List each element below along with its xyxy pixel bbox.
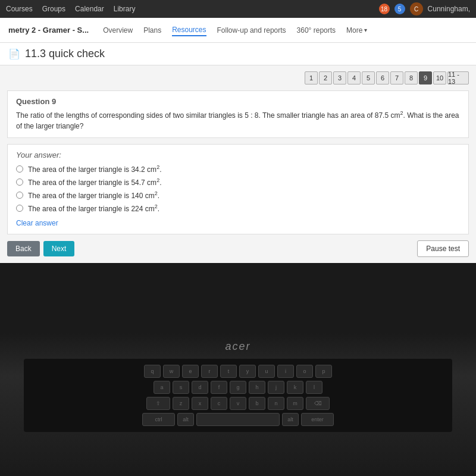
key-w: w — [163, 365, 180, 378]
key-space — [196, 413, 280, 426]
radio-option-1[interactable] — [16, 165, 23, 173]
key-alt-right: alt — [282, 413, 299, 426]
key-shift: ⇧ — [146, 397, 170, 410]
key-g: g — [230, 381, 246, 394]
radio-option-3[interactable] — [16, 192, 23, 199]
radio-option-4[interactable] — [16, 205, 23, 212]
key-d: d — [192, 381, 208, 394]
back-button[interactable]: Back — [7, 241, 40, 256]
user-name: Cunningham, — [428, 5, 470, 13]
key-c: c — [211, 397, 227, 410]
key-h: h — [249, 381, 265, 394]
user-avatar[interactable]: C — [410, 2, 423, 15]
q-num-10[interactable]: 10 — [433, 71, 446, 84]
question-text: The ratio of the lengths of correspondin… — [16, 109, 460, 131]
course-title: metry 2 - Gramer - S... — [8, 26, 89, 35]
key-j: j — [268, 381, 284, 394]
more-button[interactable]: More ▾ — [346, 26, 367, 35]
second-navbar: metry 2 - Gramer - S... Overview Plans R… — [0, 18, 476, 43]
q-num-8[interactable]: 8 — [405, 71, 418, 84]
key-alt: alt — [177, 413, 194, 426]
q-num-range[interactable]: 11 - 13 — [447, 71, 469, 84]
acer-logo: acer — [225, 340, 250, 353]
key-s: s — [173, 381, 189, 394]
key-row-4: ctrl alt alt enter — [29, 413, 447, 426]
nav-overview[interactable]: Overview — [103, 25, 133, 36]
key-n: n — [268, 397, 284, 410]
clear-answer-link[interactable]: Clear answer — [16, 219, 58, 227]
q-num-3[interactable]: 3 — [333, 71, 346, 84]
key-row-2: a s d f g h j k l — [29, 381, 447, 394]
quiz-container: 1 2 3 4 5 6 7 8 9 10 11 - 13 Question 9 … — [0, 65, 476, 263]
question-pagination: 1 2 3 4 5 6 7 8 9 10 11 - 13 — [7, 71, 469, 84]
nav-btn-group: Back Next — [7, 241, 74, 256]
top-nav-right: 18 5 C Cunningham, — [379, 2, 470, 15]
q-num-4[interactable]: 4 — [347, 71, 361, 84]
key-o: o — [296, 365, 313, 378]
key-p: p — [315, 365, 332, 378]
pause-test-button[interactable]: Pause test — [417, 240, 469, 257]
answer-option-3[interactable]: The area of the larger triangle is 140 c… — [16, 190, 460, 200]
nav-followup[interactable]: Follow-up and reports — [217, 25, 286, 36]
key-row-3: ⇧ z x c v b n m ⌫ — [29, 397, 447, 410]
next-button[interactable]: Next — [43, 241, 75, 256]
radio-option-2[interactable] — [16, 178, 23, 186]
option-text-1: The area of the larger triangle is 34.2 … — [28, 164, 161, 174]
notification-badge-1[interactable]: 18 — [379, 4, 390, 14]
key-z: z — [173, 397, 189, 410]
key-x: x — [192, 397, 208, 410]
key-e: e — [182, 365, 199, 378]
q-num-9[interactable]: 9 — [419, 71, 432, 84]
question-box: Question 9 The ratio of the lengths of c… — [7, 90, 469, 138]
key-k: k — [287, 381, 303, 394]
nav-buttons: Back Next Pause test — [7, 240, 469, 257]
option-text-4: The area of the larger triangle is 224 c… — [28, 203, 159, 213]
nav-360reports[interactable]: 360° reports — [297, 25, 336, 36]
key-backspace: ⌫ — [306, 397, 330, 410]
page-title: 11.3 quick check — [25, 48, 105, 60]
answer-option-1[interactable]: The area of the larger triangle is 34.2 … — [16, 164, 460, 174]
q-num-6[interactable]: 6 — [376, 71, 389, 84]
key-a: a — [154, 381, 170, 394]
answer-option-2[interactable]: The area of the larger triangle is 54.7 … — [16, 177, 460, 187]
nav-resources[interactable]: Resources — [172, 24, 206, 36]
question-label: Question 9 — [16, 97, 460, 106]
q-num-7[interactable]: 7 — [390, 71, 403, 84]
nav-groups[interactable]: Groups — [42, 5, 65, 13]
answer-box: Your answer: The area of the larger tria… — [7, 144, 469, 234]
laptop-bottom: acer q w e r t y u i o p a s d f g h j k… — [0, 333, 476, 476]
key-q: q — [144, 365, 161, 378]
key-enter: enter — [301, 413, 334, 426]
document-icon: 📄 — [8, 48, 20, 60]
key-f: f — [211, 381, 227, 394]
key-u: u — [258, 365, 275, 378]
answer-option-4[interactable]: The area of the larger triangle is 224 c… — [16, 203, 460, 213]
q-num-2[interactable]: 2 — [319, 71, 332, 84]
nav-plans[interactable]: Plans — [143, 25, 161, 36]
q-num-1[interactable]: 1 — [305, 71, 318, 84]
q-num-5[interactable]: 5 — [362, 71, 375, 84]
nav-calendar[interactable]: Calendar — [75, 5, 104, 13]
key-v: v — [230, 397, 246, 410]
option-text-2: The area of the larger triangle is 54.7 … — [28, 177, 161, 187]
keyboard: q w e r t y u i o p a s d f g h j k l ⇧ … — [24, 359, 452, 432]
top-navbar: Courses Groups Calendar Library 18 5 C C… — [0, 0, 476, 18]
chevron-down-icon: ▾ — [364, 27, 367, 33]
notification-badge-2[interactable]: 5 — [394, 4, 405, 14]
key-b: b — [249, 397, 265, 410]
nav-links: Overview Plans Resources Follow-up and r… — [103, 24, 468, 36]
key-t: t — [220, 365, 237, 378]
key-y: y — [239, 365, 256, 378]
answer-label: Your answer: — [16, 151, 460, 159]
key-l: l — [306, 381, 322, 394]
key-r: r — [201, 365, 218, 378]
nav-courses[interactable]: Courses — [6, 5, 33, 13]
key-m: m — [287, 397, 303, 410]
option-text-3: The area of the larger triangle is 140 c… — [28, 190, 159, 200]
key-i: i — [277, 365, 294, 378]
key-ctrl: ctrl — [142, 413, 175, 426]
page-title-bar: 📄 11.3 quick check — [0, 43, 476, 65]
key-row-1: q w e r t y u i o p — [29, 365, 447, 378]
nav-library[interactable]: Library — [114, 5, 136, 13]
